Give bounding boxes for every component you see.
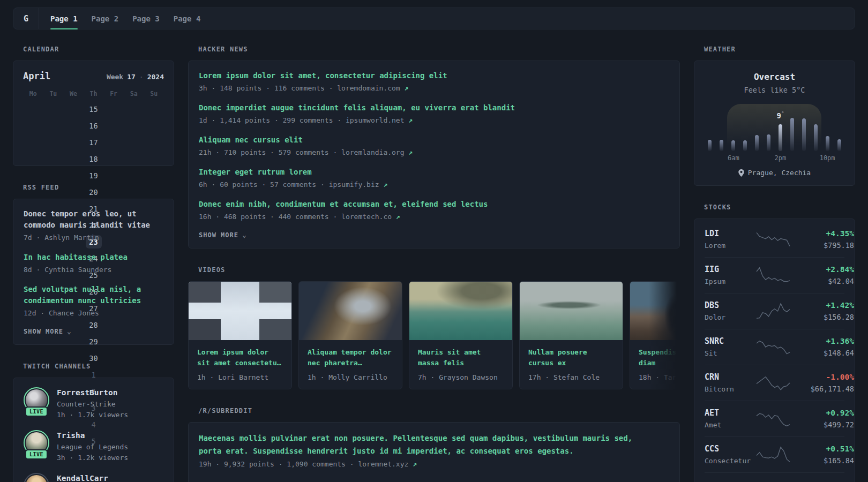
hn-item-meta: 6h · 60 points · 57 comments · ipsumify.… [199, 179, 669, 190]
middle-column: HACKER NEWS Lorem ipsum dolor sit amet, … [188, 46, 680, 482]
calendar-month: April [23, 71, 50, 81]
calendar-header: CALENDAR [13, 46, 174, 53]
video-title-link[interactable]: Lorem ipsum dolor sit amet consectetu… [197, 347, 283, 368]
video-card[interactable]: Mauris sit amet massa felis 7h · Grayson… [409, 281, 513, 389]
reddit-post: Maecenas mollis pulvinar erat non posuer… [199, 432, 669, 470]
videos-row: Lorem ipsum dolor sit amet consectetu… 1… [188, 281, 680, 389]
app-logo[interactable]: G [13, 8, 39, 29]
live-badge: LIVE [25, 406, 48, 417]
stock-name: Amet [705, 420, 755, 430]
video-thumbnail[interactable] [299, 282, 402, 340]
stock-name: Lorem [705, 240, 755, 251]
hn-domain-link[interactable]: loremdomain.com ↗ [337, 84, 408, 92]
show-more-label: SHOW MORE [24, 328, 63, 335]
stock-sparkline [755, 410, 791, 427]
stock-change: +1.36% [791, 336, 854, 347]
hn-item-meta: 3h · 148 points · 116 comments · loremdo… [199, 83, 669, 94]
weather-hour-bar [728, 104, 739, 151]
reddit-domain-link[interactable]: loremnet.xyz ↗ [358, 460, 417, 468]
subreddit-widget: /R/SUBREDDIT Maecenas mollis pulvinar er… [188, 407, 680, 482]
video-card[interactable]: Suspendisse finibus diam 18h · Tara Rams… [630, 281, 680, 389]
video-thumbnail[interactable] [409, 282, 512, 340]
weather-hour-bar [798, 104, 810, 151]
twitch-channel-row[interactable]: KendallCarr [24, 473, 163, 482]
weather-hour-bar [763, 104, 775, 151]
hn-meta-text: 1d · 1,414 points · 299 comments · [199, 116, 346, 124]
stock-sparkline [755, 231, 791, 248]
external-link-icon: ↗ [405, 84, 409, 92]
page-tabs: Page 1 Page 2 Page 3 Page 4 [43, 8, 207, 29]
hn-item-title-link[interactable]: Aliquam nec cursus elit [199, 134, 669, 146]
stock-sparkline [755, 374, 791, 391]
stock-price: $42.04 [791, 276, 854, 287]
hn-domain-link[interactable]: loremlandia.org ↗ [341, 148, 413, 156]
weather-hour-bar [751, 104, 763, 151]
hn-item-meta: 16h · 468 points · 440 comments · loremt… [199, 212, 669, 222]
hn-domain-link[interactable]: loremtech.co ↗ [341, 213, 400, 221]
stock-name: Ipsum [705, 276, 755, 287]
stocks-header: STOCKS [694, 204, 855, 211]
weekday-label: Th [84, 90, 104, 97]
stock-symbol: SNRC [705, 336, 755, 347]
videos-widget: VIDEOS Lorem ipsum dolor sit amet consec… [188, 266, 680, 389]
twitch-channel-row[interactable]: LIVE ForrestBurton Counter-Strike 1h · 1… [24, 387, 163, 420]
stocks-widget: STOCKS LDILorem +4.35%$795.18 IIGIpsum +… [694, 204, 855, 482]
tab-page-1[interactable]: Page 1 [43, 8, 85, 29]
hn-item-title-link[interactable]: Donec enim nibh, condimentum et accumsan… [199, 199, 669, 210]
current-temperature-label: 9° [777, 111, 784, 120]
weather-time-label: 6am [728, 154, 739, 162]
rss-item-title-link[interactable]: Sed volutpat nulla nisl, a condimentum n… [24, 284, 163, 306]
video-card[interactable]: Lorem ipsum dolor sit amet consectetu… 1… [188, 281, 292, 389]
stock-row: DBSDolor +1.42%$156.28 [705, 293, 844, 329]
weather-feels-like: Feels like 5°C [704, 86, 845, 94]
video-title-link[interactable]: Suspendisse finibus diam [639, 347, 680, 368]
stock-sparkline [755, 303, 791, 320]
stock-change: +2.84% [791, 264, 854, 275]
stock-change: +4.35% [791, 228, 854, 239]
weather-condition: Overcast [704, 72, 845, 82]
hn-domain-link[interactable]: ipsumify.biz ↗ [329, 180, 388, 189]
twitch-channel-row[interactable]: LIVE Trisha League of Legends 3h · 1.2k … [24, 430, 163, 463]
weather-hourly-chart: 9° [704, 104, 845, 151]
hn-show-more-button[interactable]: SHOW MORE ⌄ [199, 231, 669, 239]
weather-hour-bar [833, 104, 845, 151]
rss-item-title-link[interactable]: Donec tempor eros leo, ut commodo mauris… [24, 208, 163, 231]
weather-hour-bar: 9° [775, 104, 787, 151]
hn-meta-text: 6h · 60 points · 57 comments · [199, 180, 329, 189]
video-title-link[interactable]: Nullam posuere cursus ex [528, 347, 614, 368]
calendar-weekday-row: MoTuWeThFrSaSu [23, 90, 164, 97]
external-link-icon: ↗ [396, 213, 400, 221]
top-nav: G Page 1 Page 2 Page 3 Page 4 [13, 7, 855, 29]
video-meta: 17h · Stefan Cole [528, 373, 614, 381]
hn-item-title-link[interactable]: Integer eget rutrum lorem [199, 167, 669, 178]
reddit-post-title-link[interactable]: Maecenas mollis pulvinar erat non posuer… [199, 432, 653, 457]
stock-row: LDILorem +4.35%$795.18 [705, 222, 844, 257]
stock-sparkline [755, 446, 791, 463]
hn-item-title-link[interactable]: Donec imperdiet augue tincidunt felis al… [199, 102, 669, 114]
weather-header: WEATHER [694, 46, 855, 53]
weekday-label: Tu [43, 90, 64, 97]
video-meta: 1h · Lori Barnett [197, 373, 283, 381]
hn-domain-link[interactable]: ipsumworld.net ↗ [346, 116, 413, 124]
rss-item-title-link[interactable]: In hac habitasse platea [24, 252, 163, 263]
stock-symbol: LDI [705, 228, 755, 239]
hn-item-title-link[interactable]: Lorem ipsum dolor sit amet, consectetur … [199, 70, 669, 81]
stock-price: $499.72 [791, 420, 854, 430]
video-card[interactable]: Aliquam tempor dolor nec pharetra… 1h · … [298, 281, 402, 389]
external-link-icon: ↗ [408, 116, 413, 124]
video-title-link[interactable]: Aliquam tempor dolor nec pharetra… [308, 347, 393, 368]
video-thumbnail[interactable] [630, 282, 680, 340]
stock-row: AETAmet +0.92%$499.72 [705, 401, 844, 436]
video-thumbnail[interactable] [189, 282, 291, 340]
live-badge: LIVE [25, 449, 48, 460]
reddit-meta-text: 19h · 9,932 points · 1,090 comments · [199, 460, 358, 468]
subreddit-header: /R/SUBREDDIT [188, 407, 680, 415]
tab-page-3[interactable]: Page 3 [125, 8, 167, 29]
channel-game: Counter-Strike [57, 399, 128, 410]
tab-page-2[interactable]: Page 2 [85, 8, 126, 29]
video-card[interactable]: Nullam posuere cursus ex 17h · Stefan Co… [519, 281, 623, 389]
video-title-link[interactable]: Mauris sit amet massa felis [418, 347, 504, 368]
tab-page-4[interactable]: Page 4 [167, 8, 208, 29]
video-thumbnail[interactable] [520, 282, 623, 340]
stock-change: +0.51% [791, 443, 854, 454]
